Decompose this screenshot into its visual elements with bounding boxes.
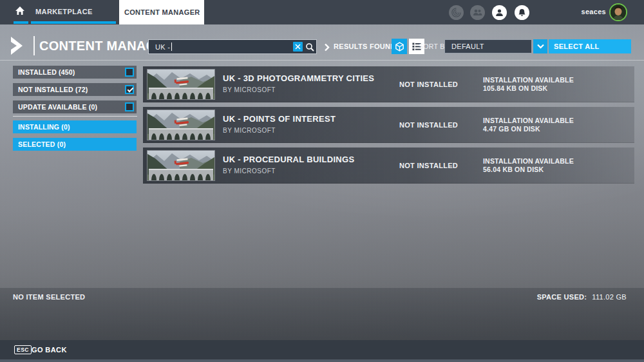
results-chevron-icon xyxy=(324,43,330,54)
filter-installed[interactable]: INSTALLED (450) xyxy=(13,66,137,79)
item-install-line1: INSTALLATION AVAILABLE xyxy=(483,76,574,84)
sort-dropdown[interactable]: DEFAULT xyxy=(444,39,532,53)
sidebar-divider xyxy=(13,116,137,117)
item-status: NOT INSTALLED xyxy=(399,148,458,184)
notifications-icon xyxy=(518,8,526,17)
top-bar: MARKETPLACE CONTENT MANAGER xyxy=(0,0,644,24)
not-installed-checkbox[interactable] xyxy=(125,85,134,94)
friends-icon xyxy=(473,8,482,17)
chevron-down-icon xyxy=(537,44,544,49)
header-divider xyxy=(0,60,644,61)
item-install-info: INSTALLATION AVAILABLE 105.84 KB ON DISK xyxy=(483,76,574,93)
sort-dropdown-arrow-button[interactable] xyxy=(533,39,547,53)
filter-not-installed-label: NOT INSTALLED (72) xyxy=(18,86,88,93)
item-install-line1: INSTALLATION AVAILABLE xyxy=(483,117,574,125)
list-item[interactable]: UK - 3D PHOTOGRAMMETRY CITIES BY MICROSO… xyxy=(143,66,634,102)
space-used-label: SPACE USED: xyxy=(537,293,587,301)
tab-content-manager[interactable]: CONTENT MANAGER xyxy=(119,0,204,24)
item-install-info: INSTALLATION AVAILABLE 4.47 GB ON DISK xyxy=(483,117,574,133)
item-author: BY MICROSOFT xyxy=(223,127,276,134)
bottom-edge-strip xyxy=(0,359,644,362)
home-button[interactable] xyxy=(14,5,28,19)
profile-button[interactable] xyxy=(492,5,507,20)
item-install-info: INSTALLATION AVAILABLE 56.04 KB ON DISK xyxy=(483,157,574,174)
item-title: UK - 3D PHOTOGRAMMETRY CITIES xyxy=(223,73,374,83)
item-status: NOT INSTALLED xyxy=(399,66,458,102)
no-item-selected-label: NO ITEM SELECTED xyxy=(13,293,85,301)
grid-view-icon xyxy=(394,41,405,52)
bottom-bar: ESC GO BACK xyxy=(0,340,644,359)
search-value: UK - xyxy=(155,43,170,51)
home-icon xyxy=(14,5,26,17)
item-install-line2: 56.04 KB ON DISK xyxy=(483,166,574,174)
filter-installed-label: INSTALLED (450) xyxy=(18,68,75,76)
installing-button[interactable]: INSTALLING (0) xyxy=(13,120,137,133)
friends-button[interactable] xyxy=(470,5,485,20)
installed-checkbox[interactable] xyxy=(125,68,134,77)
list-item[interactable]: UK - PROCEDURAL BUILDINGS BY MICROSOFT N… xyxy=(143,148,634,184)
filter-update-available-label: UPDATE AVAILABLE (0) xyxy=(18,103,97,111)
status-panel: NO ITEM SELECTED SPACE USED:111.02 GB xyxy=(0,288,644,340)
item-install-line1: INSTALLATION AVAILABLE xyxy=(483,157,574,166)
signal-button[interactable] xyxy=(449,5,464,20)
magnifier-icon xyxy=(305,43,314,52)
item-title: UK - PROCEDURAL BUILDINGS xyxy=(223,155,354,164)
avatar[interactable] xyxy=(609,3,627,21)
item-install-line2: 105.84 KB ON DISK xyxy=(483,84,574,93)
item-thumbnail xyxy=(147,69,215,100)
search-input[interactable]: UK - xyxy=(148,39,317,54)
go-back-button[interactable]: GO BACK xyxy=(32,340,67,359)
x-clear-icon xyxy=(295,44,301,50)
space-used: SPACE USED:111.02 GB xyxy=(537,293,627,301)
search-submit-button[interactable] xyxy=(303,40,316,53)
avatar-image xyxy=(611,5,626,20)
notifications-button[interactable] xyxy=(515,5,529,20)
item-thumbnail xyxy=(147,110,215,140)
item-author: BY MICROSOFT xyxy=(223,167,276,175)
item-install-line2: 4.47 GB ON DISK xyxy=(483,125,574,133)
home-tab-underline xyxy=(14,21,28,24)
item-status: NOT INSTALLED xyxy=(399,107,458,143)
item-author: BY MICROSOFT xyxy=(223,86,276,93)
title-divider xyxy=(33,36,35,55)
list-item[interactable]: UK - POINTS OF INTEREST BY MICROSOFT NOT… xyxy=(143,107,634,143)
select-all-button[interactable]: SELECT ALL xyxy=(549,39,631,53)
clear-search-button[interactable] xyxy=(293,42,303,52)
username-label: seaces xyxy=(581,0,606,24)
item-thumbnail xyxy=(147,150,215,181)
marketplace-tab-underline xyxy=(31,21,116,24)
item-title: UK - POINTS OF INTEREST xyxy=(223,114,336,124)
esc-key: ESC xyxy=(14,345,32,354)
filter-not-installed[interactable]: NOT INSTALLED (72) xyxy=(13,83,137,96)
profile-icon xyxy=(495,8,504,17)
selected-button[interactable]: SELECTED (0) xyxy=(13,138,137,151)
filter-update-available[interactable]: UPDATE AVAILABLE (0) xyxy=(13,100,137,113)
update-available-checkbox[interactable] xyxy=(125,102,134,111)
signal-icon xyxy=(451,8,461,17)
text-cursor xyxy=(171,43,172,51)
content-manager-screen: MARKETPLACE CONTENT MANAGER xyxy=(0,0,644,362)
grid-view-button[interactable] xyxy=(392,39,407,54)
space-used-value: 111.02 GB xyxy=(592,293,627,301)
back-chevron-icon[interactable] xyxy=(8,35,30,59)
